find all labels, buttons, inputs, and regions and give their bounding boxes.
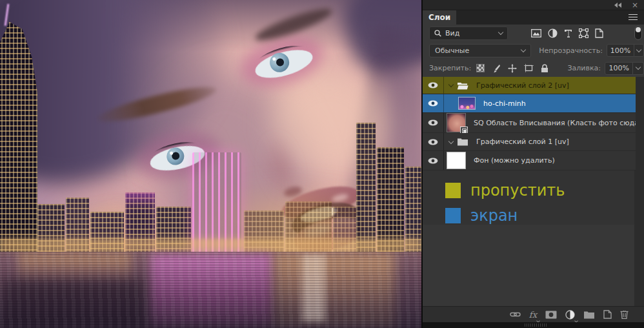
legend-entry-pass-through: пропустить [445, 181, 644, 200]
layer-name: Фон (можно удалить) [474, 156, 555, 165]
resize-gripper[interactable] [525, 323, 547, 327]
eye-icon [428, 158, 438, 164]
lock-label: Закрепить: [429, 64, 471, 72]
search-filter-value: Вид [445, 29, 495, 37]
eye-icon [428, 119, 438, 126]
filtering-toggle[interactable] [634, 26, 642, 40]
visibility-toggle[interactable] [423, 133, 444, 150]
filter-type-layers-icon[interactable] [564, 29, 572, 37]
add-layer-mask-button[interactable] [545, 311, 557, 319]
opacity-label: Непрозрачность: [539, 46, 603, 55]
layer-thumbnail[interactable] [447, 152, 466, 169]
lock-all-icon[interactable] [541, 64, 548, 73]
fx-icon: fx [529, 310, 537, 320]
fill-label: Заливка: [567, 64, 601, 72]
blend-mode-select[interactable]: Обычные [429, 44, 531, 57]
city-tower-right [356, 123, 376, 257]
layer-row-background[interactable]: Фон (можно удалить) [423, 151, 636, 170]
legend-swatch-olive [445, 183, 461, 198]
legend-label: пропустить [470, 181, 565, 200]
delete-layer-button[interactable] [620, 310, 629, 319]
layer-name: ho-chi-minh [483, 99, 526, 108]
filter-shape-layers-icon[interactable] [579, 28, 589, 38]
chevron-down-icon[interactable] [448, 138, 454, 143]
tab-layers-label: Слои [428, 13, 450, 22]
panel-menu-icon[interactable] [629, 14, 638, 21]
fill-value: 100% [609, 64, 629, 72]
new-adjustment-layer-button[interactable] [565, 310, 575, 320]
layer-filter-row: Вид [423, 25, 644, 41]
lock-transparency-icon[interactable] [476, 64, 485, 72]
blend-mode-value: Обычные [435, 46, 521, 55]
legend-label: экран [470, 207, 518, 225]
water-ripples [0, 252, 421, 328]
layer-style-button[interactable]: fx [529, 310, 537, 320]
collapse-panel-icon[interactable] [614, 3, 621, 8]
city-tower-bitexco [0, 22, 37, 257]
search-icon [434, 30, 441, 37]
chevron-down-icon [498, 29, 503, 34]
toggle-knob [636, 27, 641, 32]
layer-thumbnail[interactable] [447, 113, 466, 132]
layers-panel: × Слои Вид [421, 0, 644, 328]
filter-smart-object-icon[interactable] [595, 28, 603, 38]
adjustment-layer-icon [565, 310, 575, 320]
fill-input[interactable]: 100% [605, 62, 633, 75]
panel-tabstrip: Слои [423, 10, 644, 25]
layer-row-group1[interactable]: Графический слой 1 [uv] [423, 133, 636, 151]
visibility-toggle[interactable] [423, 151, 444, 170]
layer-row-group2[interactable]: Графический слой 2 [uv] [423, 77, 636, 94]
panel-titlebar: × [423, 0, 644, 10]
visibility-toggle[interactable] [423, 113, 444, 132]
eye-icon [428, 139, 438, 145]
layer-row-smart-object[interactable]: SQ Область Вписывания (Класть фото сюда)… [423, 113, 636, 133]
lock-position-icon[interactable] [508, 64, 517, 73]
layer-thumbnail[interactable] [458, 97, 476, 110]
trash-icon [620, 310, 629, 319]
layer-search-dropdown[interactable]: Вид [429, 26, 508, 40]
eye-icon [428, 100, 438, 107]
photoshop-window: × Слои Вид [0, 0, 644, 328]
city-shoreline-glow [0, 240, 421, 248]
filter-pixel-layers-icon[interactable] [531, 29, 541, 37]
fill-dropdown-button[interactable] [633, 62, 644, 75]
eye-icon [428, 82, 438, 88]
filter-adjustment-layers-icon[interactable] [548, 28, 558, 38]
layer-row-ho-chi-minh[interactable]: ho-chi-minh [423, 94, 636, 113]
lock-artboard-icon[interactable] [524, 64, 534, 72]
legend-swatch-blue [445, 208, 461, 223]
layer-name: SQ Область Вписывания (Класть фото сюда)… [474, 119, 636, 127]
panel-bottom-edge [423, 322, 644, 328]
chevron-down-icon [636, 65, 641, 70]
link-icon [510, 310, 521, 319]
layer-name: Графический слой 1 [uv] [476, 138, 569, 146]
close-icon[interactable]: × [632, 2, 638, 8]
legend-entry-screen: экран [445, 207, 644, 225]
new-group-button[interactable] [583, 311, 595, 319]
folder-icon [457, 138, 468, 146]
layers-footer-toolbar: fx [423, 306, 644, 322]
new-layer-button[interactable] [603, 310, 612, 319]
filter-kind-icons [531, 28, 603, 38]
lock-row: Закрепить: [423, 59, 644, 77]
visibility-toggle[interactable] [423, 77, 444, 94]
layer-mask-icon [545, 311, 557, 319]
document-canvas[interactable] [0, 0, 421, 328]
blend-mode-row: Обычные Непрозрачность: 100% [423, 41, 644, 59]
opacity-dropdown-button[interactable] [634, 44, 644, 57]
scrollbar-track[interactable] [634, 77, 644, 306]
tab-layers[interactable]: Слои [423, 10, 456, 25]
layers-list: Графический слой 2 [uv] ho-chi-minh [423, 77, 644, 170]
opacity-value: 100% [610, 46, 630, 55]
link-layers-button[interactable] [510, 310, 521, 319]
opacity-input[interactable]: 100% [607, 44, 634, 57]
folder-icon [583, 311, 595, 319]
chevron-down-icon[interactable] [448, 82, 454, 87]
lock-icons [476, 64, 548, 73]
visibility-toggle[interactable] [423, 94, 444, 112]
layer-name: Графический слой 2 [uv] [476, 81, 569, 90]
blend-mode-legend: пропустить экран [423, 170, 644, 225]
lock-pixels-brush-icon[interactable] [492, 64, 501, 73]
chevron-down-icon [521, 46, 526, 52]
new-layer-icon [603, 310, 612, 319]
